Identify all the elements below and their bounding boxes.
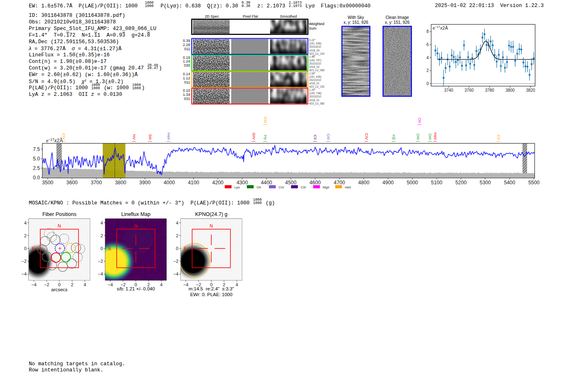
svg-text:030: 030 [184, 63, 190, 67]
svg-text:v018_01: v018_01 [309, 82, 320, 85]
svg-text:6: 6 [426, 42, 429, 47]
svg-text:4: 4 [160, 282, 163, 287]
svg-text:423_LU_082: 423_LU_082 [309, 102, 325, 105]
svg-text:CII {: CII { [497, 135, 501, 142]
svg-text:Hγ {: Hγ { [263, 135, 268, 142]
svg-text:(151, 926): (151, 926) [309, 75, 322, 79]
svg-text:MgII: MgII [323, 186, 330, 189]
svg-text:3900: 3900 [139, 180, 151, 186]
svg-text:CIII {: CIII { [326, 134, 331, 142]
svg-text:−2: −2 [44, 282, 49, 287]
svg-text:2: 2 [176, 233, 179, 238]
svg-text:4500: 4500 [285, 180, 297, 186]
svg-text:N: N [58, 223, 61, 228]
svg-text:OIII {: OIII { [428, 133, 432, 142]
svg-text:0: 0 [58, 282, 60, 287]
svg-text:SiIV {: SiIV { [252, 132, 256, 142]
svg-text:2: 2 [426, 68, 429, 73]
svg-text:CIII {: CIII { [263, 117, 268, 125]
svg-text:4900: 4900 [383, 180, 394, 186]
svg-text:E: E [108, 246, 111, 251]
svg-text:4800: 4800 [358, 180, 369, 186]
svg-text:Lineflux Map: Lineflux Map [121, 211, 151, 217]
svg-text:4: 4 [84, 282, 86, 287]
svg-text:N: N [134, 223, 137, 228]
svg-text:CII {: CII { [313, 135, 318, 142]
svg-text:4100: 4100 [188, 180, 200, 186]
svg-text:0: 0 [24, 246, 26, 251]
svg-text:2D Spec: 2D Spec [205, 14, 219, 19]
svg-text:NV {: NV { [132, 134, 137, 142]
svg-text:3780: 3780 [485, 88, 495, 93]
svg-text:CIII: CIII [301, 186, 306, 189]
svg-text:4200: 4200 [212, 180, 224, 186]
svg-text:4: 4 [426, 56, 429, 60]
svg-text:OII {: OII { [418, 118, 422, 125]
svg-text:OIII {: OIII { [416, 133, 420, 142]
svg-text:−4: −4 [183, 282, 188, 287]
svg-text:0: 0 [100, 246, 103, 251]
svg-text:5400: 5400 [504, 180, 516, 186]
svg-text:Pixel Flat: Pixel Flat [243, 14, 258, 19]
svg-text:OII: OII [257, 186, 261, 189]
svg-text:4700: 4700 [334, 180, 345, 186]
svg-text:HeII {: HeII { [167, 132, 171, 142]
svg-text:(149, 748): (149, 748) [309, 92, 322, 95]
svg-text:v018_02: v018_02 [309, 65, 320, 69]
svg-text:3700: 3700 [91, 180, 102, 186]
svg-text:Hβ {: Hβ { [392, 135, 396, 142]
svg-text:2: 2 [100, 233, 103, 238]
svg-text:Clean Image: Clean Image [386, 15, 409, 20]
svg-text:CIV {: CIV { [365, 133, 369, 142]
svg-text:1.59″: 1.59″ [309, 72, 316, 75]
svg-text:0.22″: 0.22″ [309, 39, 316, 42]
svg-text:v018_01: v018_01 [309, 99, 320, 102]
svg-text:4: 4 [176, 220, 179, 225]
svg-text:0.39: 0.39 [183, 39, 190, 43]
svg-text:4600: 4600 [309, 180, 321, 186]
svg-text:4: 4 [235, 282, 238, 287]
svg-text:−2: −2 [21, 259, 27, 264]
svg-text:−2: −2 [98, 259, 103, 264]
svg-text:Lyα: Lyα [235, 186, 240, 189]
svg-text:0.19: 0.19 [183, 56, 190, 60]
svg-text:x, y: 151, 926: x, y: 151, 926 [385, 20, 409, 25]
svg-text:3820: 3820 [526, 88, 535, 93]
svg-text:With Sky: With Sky [348, 15, 364, 20]
svg-text:1.48″: 1.48″ [309, 55, 316, 58]
svg-text:v018_03: v018_03 [309, 49, 320, 52]
svg-text:2.28: 2.28 [183, 43, 190, 47]
svg-text:3800: 3800 [506, 88, 515, 93]
svg-text:031: 031 [184, 97, 190, 101]
svg-text:e−17x2Å: e−17x2Å [433, 25, 448, 30]
svg-text:011: 011 [184, 47, 190, 51]
svg-text:1.34: 1.34 [183, 93, 190, 97]
svg-text:5300: 5300 [480, 180, 491, 186]
svg-text:−2: −2 [173, 259, 179, 264]
svg-text:20210210: 20210210 [309, 95, 321, 98]
svg-text:CIV: CIV [279, 186, 284, 189]
svg-text:s/b: 1.21 +/- 0.040: s/b: 1.21 +/- 0.040 [117, 286, 155, 291]
svg-text:(149, 757): (149, 757) [309, 59, 322, 62]
svg-text:1.12: 1.12 [183, 76, 190, 80]
svg-text:3800: 3800 [115, 180, 127, 186]
svg-text:4300: 4300 [237, 180, 248, 186]
svg-text:0.10: 0.10 [183, 88, 190, 93]
svg-text:1.29″: 1.29″ [309, 88, 316, 91]
svg-text:5.0: 5.0 [33, 156, 40, 162]
svg-text:2.5: 2.5 [33, 165, 40, 171]
svg-text:N: N [210, 223, 213, 228]
svg-text:−4: −4 [21, 271, 27, 276]
svg-text:x, y: 151, 926: x, y: 151, 926 [344, 20, 368, 25]
svg-text:5100: 5100 [431, 180, 443, 186]
svg-text:3760: 3760 [465, 88, 474, 93]
svg-text:4400: 4400 [261, 180, 272, 186]
svg-text:0: 0 [176, 246, 179, 251]
svg-text:EWr: 0. PLAE: 1000: EWr: 0. PLAE: 1000 [190, 292, 232, 297]
svg-text:Smoothed: Smoothed [280, 14, 297, 19]
svg-text:2: 2 [71, 282, 73, 287]
svg-text:5200: 5200 [455, 180, 467, 186]
svg-text:−4: −4 [98, 271, 103, 276]
svg-text:−4: −4 [173, 271, 179, 276]
svg-text:011: 011 [184, 80, 190, 84]
